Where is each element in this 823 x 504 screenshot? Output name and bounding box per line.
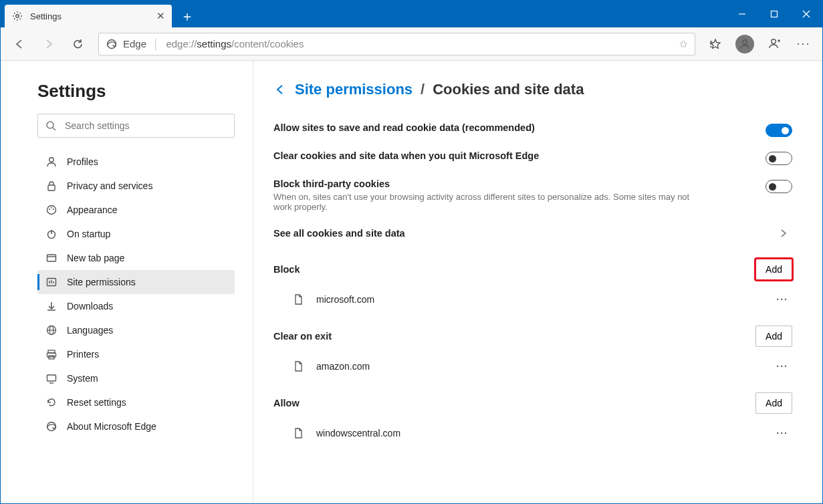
system-icon: [45, 372, 57, 384]
favorites-button[interactable]: [702, 31, 729, 57]
window-titlebar: Settings ✕ ＋: [1, 1, 822, 27]
search-settings-input[interactable]: [64, 120, 227, 132]
setting-toggle-row: Clear cookies and site data when you qui…: [273, 144, 792, 172]
svg-rect-29: [772, 11, 778, 17]
edge-logo-icon: [106, 38, 118, 50]
sidebar-item-new-tab-page[interactable]: New tab page: [37, 246, 235, 270]
minimize-button[interactable]: [726, 1, 758, 27]
section-header-clear-on-exit: Clear on exit Add: [273, 315, 792, 351]
forward-button[interactable]: [35, 31, 62, 57]
site-entry: microsoft.com ···: [273, 284, 792, 315]
section-header-block: Block Add: [273, 248, 792, 284]
toggle-switch[interactable]: [766, 180, 792, 193]
add-site-button[interactable]: Add: [755, 326, 792, 347]
newtab-icon: [45, 252, 57, 264]
favorite-star-icon[interactable]: ✩: [679, 38, 688, 50]
new-tab-button[interactable]: ＋: [176, 5, 199, 27]
site-domain: microsoft.com: [316, 294, 374, 305]
sidebar-item-on-startup[interactable]: On startup: [37, 222, 235, 246]
power-icon: [45, 228, 57, 240]
close-tab-icon[interactable]: ✕: [156, 10, 165, 22]
language-icon: [45, 324, 57, 336]
sidebar-item-languages[interactable]: Languages: [37, 318, 235, 342]
browser-tab-settings[interactable]: Settings ✕: [5, 5, 172, 27]
site-identity: Edge: [106, 38, 146, 50]
printer-icon: [45, 348, 57, 360]
sidebar-item-label: System: [67, 373, 98, 384]
back-button[interactable]: [6, 31, 33, 57]
setting-toggle-row: Allow sites to save and read cookie data…: [273, 116, 792, 144]
breadcrumb: Site permissions / Cookies and site data: [273, 81, 792, 98]
site-domain: windowscentral.com: [316, 428, 400, 438]
more-menu-button[interactable]: ···: [790, 31, 817, 57]
site-entry: windowscentral.com ···: [273, 418, 792, 449]
breadcrumb-parent-link[interactable]: Site permissions: [295, 81, 413, 98]
sidebar-item-label: Site permissions: [67, 277, 136, 287]
sidebar-item-label: On startup: [67, 229, 110, 239]
sidebar-item-appearance[interactable]: Appearance: [37, 198, 235, 222]
sidebar-item-label: Profiles: [67, 156, 98, 167]
toggle-switch[interactable]: [766, 152, 792, 165]
toggle-label: Clear cookies and site data when you qui…: [273, 150, 539, 161]
more-actions-button[interactable]: ···: [776, 294, 788, 305]
settings-sidebar: Settings ProfilesPrivacy and servicesApp…: [1, 61, 253, 503]
sidebar-item-label: Appearance: [67, 205, 118, 215]
edge-icon: [45, 420, 57, 432]
sidebar-item-label: Printers: [67, 349, 99, 360]
breadcrumb-back-icon[interactable]: [273, 83, 287, 96]
sidebar-item-system[interactable]: System: [37, 366, 235, 390]
section-title: Allow: [273, 398, 300, 408]
separator-icon: │: [153, 38, 159, 49]
sidebar-item-about-microsoft-edge[interactable]: About Microsoft Edge: [37, 414, 235, 438]
breadcrumb-current: Cookies and site data: [433, 81, 584, 98]
search-settings-box[interactable]: [37, 114, 235, 138]
more-actions-button[interactable]: ···: [776, 428, 788, 438]
refresh-button[interactable]: [65, 31, 92, 57]
person-icon: [45, 156, 57, 168]
chevron-right-icon: [779, 229, 788, 238]
window-controls: [726, 1, 822, 27]
sidebar-item-site-permissions[interactable]: Site permissions: [37, 270, 235, 294]
add-site-button[interactable]: Add: [755, 392, 792, 414]
address-bar[interactable]: Edge │ edge://settings/content/cookies ✩: [98, 33, 695, 55]
file-icon: [292, 427, 304, 439]
sidebar-item-downloads[interactable]: Downloads: [37, 294, 235, 318]
site-domain: amazon.com: [316, 361, 370, 372]
sidebar-item-privacy-and-services[interactable]: Privacy and services: [37, 174, 235, 198]
section-title: Clear on exit: [273, 331, 332, 342]
see-all-cookies-link[interactable]: See all cookies and site data: [273, 219, 792, 248]
app-label: Edge: [123, 38, 146, 49]
toggle-label: Block third-party cookies: [273, 178, 701, 189]
tab-strip: Settings ✕ ＋: [5, 1, 199, 27]
palette-icon: [45, 204, 57, 216]
file-icon: [292, 293, 304, 305]
sidebar-item-reset-settings[interactable]: Reset settings: [37, 390, 235, 414]
breadcrumb-separator: /: [421, 81, 425, 98]
maximize-button[interactable]: [758, 1, 790, 27]
sidebar-item-label: Downloads: [67, 301, 113, 311]
setting-toggle-row: Block third-party cookies When on, sites…: [273, 172, 792, 219]
settings-main: Site permissions / Cookies and site data…: [253, 61, 822, 503]
tab-title: Settings: [30, 11, 62, 21]
gear-icon: [11, 10, 23, 22]
reset-icon: [45, 396, 57, 408]
content-area: Settings ProfilesPrivacy and servicesApp…: [1, 61, 822, 503]
lock-icon: [45, 180, 57, 192]
download-icon: [45, 300, 57, 312]
file-icon: [292, 360, 304, 372]
more-actions-button[interactable]: ···: [776, 361, 788, 372]
collections-button[interactable]: [761, 31, 788, 57]
sidebar-item-label: Reset settings: [67, 397, 126, 408]
search-icon: [45, 120, 57, 132]
sidebar-item-profiles[interactable]: Profiles: [37, 150, 235, 174]
browser-toolbar: Edge │ edge://settings/content/cookies ✩…: [1, 27, 822, 61]
settings-nav: ProfilesPrivacy and servicesAppearanceOn…: [37, 150, 235, 438]
toggle-switch[interactable]: [766, 124, 792, 137]
close-window-button[interactable]: [790, 1, 822, 27]
profile-avatar[interactable]: [731, 31, 758, 57]
url-text: edge://settings/content/cookies: [166, 38, 304, 49]
section-header-allow: Allow Add: [273, 382, 792, 418]
sidebar-item-label: Privacy and services: [67, 180, 152, 191]
add-site-button[interactable]: Add: [755, 259, 792, 280]
sidebar-item-printers[interactable]: Printers: [37, 342, 235, 366]
